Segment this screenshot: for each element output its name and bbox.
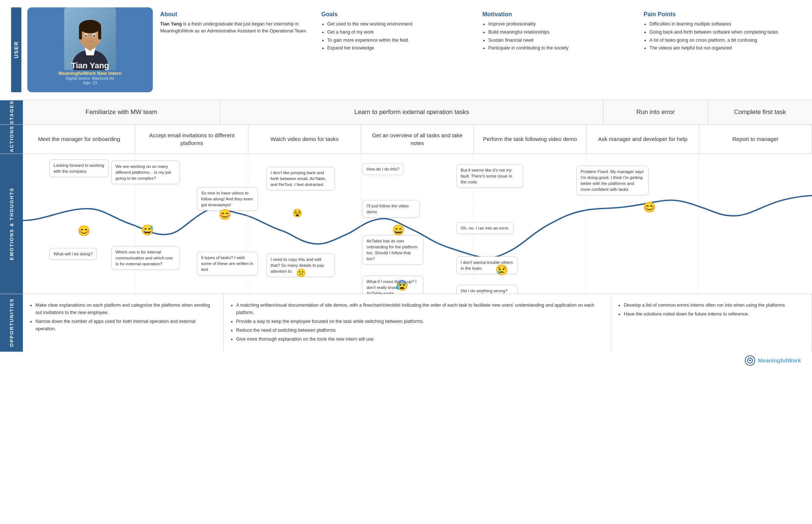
action-6: Report to manager	[699, 125, 812, 154]
emoji-3: 😵	[292, 208, 302, 218]
opp-item: Reduce the need of switching between pla…	[236, 327, 605, 334]
goal-item: To gain more experience within the field	[327, 37, 472, 44]
thought-text-10: AirTable has its own onboarding for the …	[367, 239, 417, 261]
emoji-0: 😊	[78, 225, 90, 237]
motivation-item: Participate in contributing to the socie…	[488, 45, 633, 52]
opp-cell-1: A matching written/visual documentation …	[224, 294, 612, 352]
thought-6: I don't like jumping back and forth betw…	[266, 167, 335, 190]
emoji-2: 😊	[219, 208, 231, 221]
actions-content: Meet the manager for onboarding Accept e…	[23, 125, 812, 154]
opp-item: Provide a way to keep the employee focus…	[236, 318, 605, 325]
opportunities-label: OPPORTUNITIES	[9, 298, 14, 347]
pain-col: Pain Points Difficulties in learning mul…	[644, 7, 794, 92]
emotions-row: EMOTIONS & THOUGHTS	[0, 154, 812, 294]
motivation-item: Build meaningful relationships	[488, 29, 633, 36]
thought-11: What if I mess things up? I don't really…	[362, 276, 423, 294]
svg-point-5	[79, 20, 101, 33]
goals-col: Goals Get used to the new working enviro…	[321, 7, 472, 92]
about-title: About	[160, 11, 310, 18]
opportunities-row: OPPORTUNITIES Make clear explanations on…	[0, 294, 812, 352]
motivation-list: Improve professionality Build meaningful…	[482, 21, 633, 52]
about-body: is a fresh undergraduate that just began…	[160, 21, 307, 34]
thought-14: I don't wanna trouble others in the team…	[457, 256, 517, 274]
stage-familiarize: Familiarize with MW team	[23, 100, 220, 124]
action-label-0: Meet the manager for onboarding	[38, 135, 120, 143]
action-2: Watch video demo for tasks	[248, 125, 361, 154]
user-device: Digital device: Macbook Air	[59, 76, 122, 80]
thought-text-2: We are working on so many different plat…	[116, 164, 171, 180]
pain-item: The videos are helpful but not organized	[650, 45, 794, 52]
footer-logo: MeaningfulWork	[745, 355, 801, 366]
action-3: Get an overview of all tasks and take no…	[361, 125, 474, 154]
user-profile-card: Tian Yang MeaningfulWork New Intern Digi…	[27, 7, 153, 92]
opp-item: Narrow down the number of apps used for …	[35, 318, 217, 332]
action-5: Ask manager and developer for help	[586, 125, 699, 154]
opp-item: Develop a list of common errors interns …	[624, 301, 805, 309]
motivation-item: Sustain financial need	[488, 37, 633, 44]
goal-item: Get used to the new working environment	[327, 21, 472, 28]
svg-rect-6	[79, 27, 82, 39]
about-name: Tian Yang	[160, 21, 182, 27]
about-col: About Tian Yang is a fresh undergraduate…	[160, 7, 310, 92]
emoji-6: 😰	[396, 279, 409, 292]
action-label-1: Accept email invitations to different pl…	[140, 131, 243, 147]
thought-text-13: Oh, no. I ran into an error.	[461, 226, 509, 230]
user-label: USER	[11, 7, 21, 92]
thought-text-8: How do I do this?	[367, 167, 399, 171]
emoji-7: 😢	[495, 264, 508, 276]
thought-4: So nice to have videos to follow along! …	[197, 187, 258, 211]
opp-item: Give more thorough explanation on the to…	[236, 335, 605, 343]
emotions-content: Looking forward to working with the comp…	[23, 154, 812, 294]
stage-error: Run into error	[603, 100, 708, 124]
pain-title: Pain Points	[644, 11, 794, 18]
user-section: USER	[0, 0, 812, 100]
logo-text-2: Work	[787, 357, 801, 363]
opp-item: A matching written/visual documentation …	[236, 301, 605, 316]
thought-text-0: Looking forward to working with the comp…	[54, 163, 104, 173]
svg-point-11	[93, 35, 95, 37]
logo-text-1: Meaningful	[758, 357, 787, 363]
pain-item: A lot of tasks going on cross platform, …	[650, 37, 794, 44]
actions-row: ACTIONS Meet the manager for onboarding …	[0, 125, 812, 154]
goals-title: Goals	[321, 11, 472, 18]
footer: MeaningfulWork	[0, 352, 812, 369]
action-0: Meet the manager for onboarding	[23, 125, 135, 154]
opp-cell-0: Make clear explanations on each platform…	[23, 294, 224, 352]
pain-item: Difficulties in learning multiple softwa…	[650, 21, 794, 28]
stage-learn: Learn to perform external operation task…	[220, 100, 604, 124]
opp-list-1: A matching written/visual documentation …	[230, 301, 605, 343]
svg-point-19	[749, 360, 751, 361]
actions-label: ACTIONS	[9, 125, 14, 152]
opportunities-content: Make clear explanations on each platform…	[23, 294, 812, 352]
about-text: Tian Yang is a fresh undergraduate that …	[160, 21, 310, 35]
stages-row: STAGES Familiarize with MW team Learn to…	[0, 100, 812, 125]
thought-15: Did I do anything wrong? Can I undo my a…	[457, 285, 517, 294]
stages-label-cell: STAGES	[0, 100, 23, 124]
thought-text-12: But it seems like it's not my fault. The…	[461, 168, 512, 184]
user-details-cols: About Tian Yang is a fresh undergraduate…	[153, 7, 801, 92]
thought-0: Looking forward to working with the comp…	[49, 159, 109, 177]
actions-label-cell: ACTIONS	[0, 125, 23, 154]
footer-logo-text: MeaningfulWork	[758, 357, 801, 363]
emoji-8: 😊	[643, 201, 656, 213]
thought-12: But it seems like it's not my fault. The…	[457, 164, 523, 188]
opp-item: Have the solutions noted down for future…	[624, 310, 805, 318]
thought-10: AirTable has its own onboarding for the …	[362, 235, 423, 265]
thought-text-9: I'll just follow the video demo	[367, 204, 409, 214]
pain-list: Difficulties in learning multiple softwa…	[644, 21, 794, 52]
stage-label-3: Complete first task	[734, 108, 786, 116]
thought-text-1: What will I be doing?	[54, 252, 93, 256]
meaningfulwork-logo-icon	[745, 355, 755, 366]
stage-label-0: Familiarize with MW team	[86, 108, 158, 116]
stage-label-2: Run into error	[636, 108, 675, 116]
journey-grid: STAGES Familiarize with MW team Learn to…	[0, 100, 812, 352]
stage-label-1: Learn to perform external operation task…	[354, 108, 469, 116]
stages-label: STAGES	[9, 100, 14, 124]
opp-cell-2: Develop a list of common errors interns …	[611, 294, 812, 352]
thought-16: Problem Fixed. My manager says I'm doing…	[577, 166, 648, 195]
opp-item: Make clear explanations on each platform…	[35, 301, 217, 316]
thought-text-6: I don't like jumping back and forth betw…	[271, 170, 326, 187]
user-info-overlay: Tian Yang MeaningfulWork New Intern Digi…	[59, 61, 122, 85]
action-label-2: Watch video demo for tasks	[271, 135, 339, 143]
action-label-6: Report to manager	[732, 135, 778, 143]
